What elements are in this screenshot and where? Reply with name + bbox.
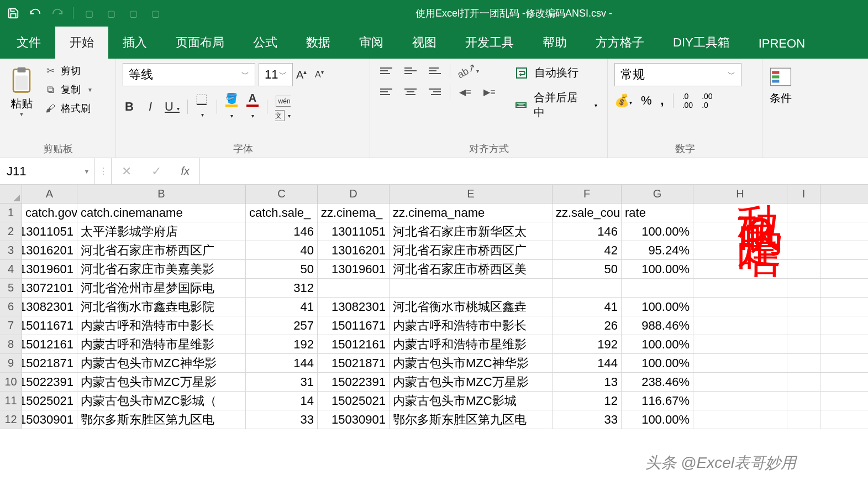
cell[interactable]: 100.00% [622,298,693,316]
cell[interactable]: rate [622,204,693,222]
phonetic-button[interactable]: wén文 ▾ [275,92,291,121]
cell[interactable] [553,279,622,297]
cell[interactable]: 988.46% [622,316,693,335]
tab-data[interactable]: 数据 [292,27,345,59]
tab-page-layout[interactable]: 页面布局 [161,27,239,59]
cancel-formula-button[interactable]: ✕ [122,164,131,179]
cell[interactable]: 15012161 [22,335,77,353]
cell[interactable]: 13019601 [318,260,390,278]
row-header[interactable]: 2 [0,222,22,241]
italic-button[interactable]: I [144,100,157,114]
qat-button-1[interactable]: ▢ [80,4,98,22]
cell[interactable]: 31 [246,373,318,391]
cell[interactable]: 100.00% [622,410,693,429]
cell[interactable] [693,354,787,372]
format-painter-button[interactable]: 🖌 格式刷 [42,101,95,116]
cell[interactable]: 15025021 [22,392,77,410]
cell[interactable] [693,410,787,429]
cell[interactable] [787,410,820,429]
cell[interactable]: 河北省石家庄市桥西区广 [390,241,553,259]
cell[interactable]: 内蒙古包头市MZC万星影 [390,373,553,391]
cell[interactable]: catch.cinemaname [77,204,246,222]
cell[interactable]: 内蒙古呼和浩特市中影长 [77,316,246,335]
tab-fangfang[interactable]: 方方格子 [581,27,659,59]
cell[interactable]: 内蒙古呼和浩特市星维影 [390,335,553,353]
cell[interactable] [693,279,787,297]
cell[interactable]: 13011051 [318,222,390,241]
cell[interactable] [787,241,820,259]
cell[interactable] [787,298,820,316]
cell[interactable]: 内蒙古包头市MZC神华影 [77,354,246,372]
cell[interactable]: 13016201 [318,241,390,259]
column-header-E[interactable]: E [390,185,553,203]
tab-review[interactable]: 审阅 [345,27,398,59]
cell[interactable]: 50 [553,260,622,278]
cell[interactable] [693,298,787,316]
name-box[interactable]: J11 ▼ [0,158,95,184]
orientation-button[interactable]: ab↗▾ [456,63,480,79]
cell[interactable] [693,392,787,410]
qat-button-2[interactable]: ▢ [102,4,120,22]
cell[interactable]: zz.cinema_ [318,204,390,222]
cell[interactable]: 40 [246,241,318,259]
cell[interactable]: 15011671 [318,316,390,335]
cell[interactable]: 13072101 [22,279,77,297]
wrap-text-button[interactable]: 自动换行 [511,63,601,82]
cell[interactable] [787,316,820,335]
cell[interactable]: 100.00% [622,222,693,241]
cell[interactable] [787,335,820,353]
cell[interactable]: 13082301 [22,298,77,316]
cell[interactable]: 50 [246,260,318,278]
cell[interactable] [787,222,820,241]
increase-decimal-button[interactable]: .0.00 [682,92,693,110]
cell[interactable]: 内蒙古包头市MZC影城 [390,392,553,410]
cell[interactable]: 192 [553,335,622,353]
cell[interactable]: 13016201 [22,241,77,259]
cell[interactable]: 144 [246,354,318,372]
cell[interactable]: 河北省石家庄市桥西区美 [390,260,553,278]
tab-formulas[interactable]: 公式 [239,27,292,59]
cell[interactable]: 15022391 [318,373,390,391]
column-header-D[interactable]: D [318,185,390,203]
align-right-button[interactable] [425,84,444,100]
cell[interactable]: 192 [246,335,318,353]
formula-input[interactable] [200,158,868,184]
cell[interactable] [787,204,820,222]
cell[interactable]: 内蒙古呼和浩特市星维影 [77,335,246,353]
percent-button[interactable]: % [641,93,652,108]
tab-ipreon[interactable]: IPREON [744,29,819,59]
cell[interactable] [318,279,390,297]
cell[interactable] [693,373,787,391]
cell[interactable] [390,279,553,297]
cell[interactable]: 146 [553,222,622,241]
number-format-combo[interactable]: 常规 ﹀ [614,63,741,86]
cell[interactable]: 95.24% [622,241,693,259]
cell[interactable]: 河北省衡水市鑫垚电影院 [77,298,246,316]
cell[interactable] [693,335,787,353]
cell[interactable] [787,279,820,297]
confirm-formula-button[interactable]: ✓ [151,164,161,179]
decrease-decimal-button[interactable]: .00.0 [702,92,712,110]
column-header-I[interactable]: I [787,185,820,203]
cell[interactable]: 内蒙古包头市MZC神华影 [390,354,553,372]
row-header[interactable]: 12 [0,410,22,429]
column-header-H[interactable]: H [693,185,787,203]
cell[interactable]: 100.00% [622,354,693,372]
font-size-combo[interactable]: 11 ﹀ [259,63,293,86]
comma-button[interactable]: , [661,93,664,108]
cell[interactable]: 15011671 [22,316,77,335]
cell[interactable] [693,260,787,278]
underline-button[interactable]: U ▾ [165,100,180,114]
cell[interactable]: 河北省沧州市星梦国际电 [77,279,246,297]
cell[interactable]: 15022391 [22,373,77,391]
cell[interactable]: 13082301 [318,298,390,316]
paste-button[interactable]: 粘贴 ▼ [7,63,36,140]
cell[interactable] [693,241,787,259]
cell[interactable]: 33 [246,410,318,429]
tab-diy[interactable]: DIY工具箱 [659,27,744,59]
conditional-format-button[interactable]: 条件 [769,63,792,106]
align-middle-button[interactable] [401,63,420,79]
cell[interactable]: 13011051 [22,222,77,241]
tab-view[interactable]: 视图 [398,27,451,59]
cell[interactable]: catch.govc [22,204,77,222]
